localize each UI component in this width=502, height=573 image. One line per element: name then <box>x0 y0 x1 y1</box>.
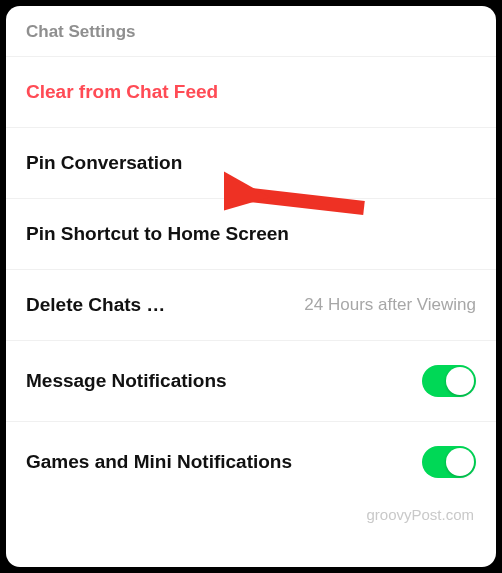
games-mini-notifications-row: Games and Mini Notifications <box>6 422 496 502</box>
clear-from-chat-feed-label: Clear from Chat Feed <box>26 81 218 103</box>
games-mini-notifications-toggle[interactable] <box>422 446 476 478</box>
clear-from-chat-feed-row[interactable]: Clear from Chat Feed <box>6 57 496 128</box>
message-notifications-toggle[interactable] <box>422 365 476 397</box>
chat-settings-panel: Chat Settings Clear from Chat Feed Pin C… <box>6 6 496 567</box>
pin-shortcut-label: Pin Shortcut to Home Screen <box>26 223 289 245</box>
toggle-knob <box>446 367 474 395</box>
delete-chats-label: Delete Chats … <box>26 294 165 316</box>
toggle-knob <box>446 448 474 476</box>
pin-conversation-label: Pin Conversation <box>26 152 182 174</box>
pin-conversation-row[interactable]: Pin Conversation <box>6 128 496 199</box>
delete-chats-row[interactable]: Delete Chats … 24 Hours after Viewing <box>6 270 496 341</box>
message-notifications-row: Message Notifications <box>6 341 496 422</box>
section-title: Chat Settings <box>26 22 136 41</box>
watermark-text: groovyPost.com <box>366 506 474 523</box>
message-notifications-label: Message Notifications <box>26 370 227 392</box>
section-header: Chat Settings <box>6 6 496 57</box>
games-mini-notifications-label: Games and Mini Notifications <box>26 451 292 473</box>
delete-chats-value: 24 Hours after Viewing <box>304 295 476 315</box>
pin-shortcut-row[interactable]: Pin Shortcut to Home Screen <box>6 199 496 270</box>
